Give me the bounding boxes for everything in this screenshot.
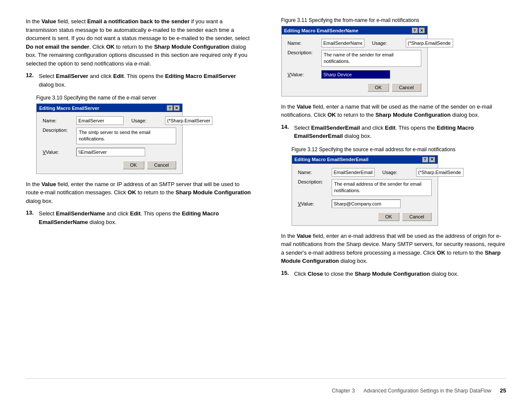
dialog-emailsendername-title: Editing Macro EmailSenderName bbox=[284, 28, 358, 33]
dialog-311-buttons: OK Cancel bbox=[288, 83, 421, 92]
step-13: 13. Select EmailSenderName and click Edi… bbox=[26, 209, 251, 226]
dialog-ok-button[interactable]: OK bbox=[123, 161, 144, 169]
step-15: 15. Click Close to close the Sharp Modul… bbox=[281, 270, 507, 278]
dialog-311-desc-box: The name of the sender for email notific… bbox=[321, 50, 421, 67]
close-icon[interactable]: ✕ bbox=[174, 105, 180, 111]
dialog-312-usage-label: Usage: bbox=[383, 170, 413, 175]
dialog-emailserver: Editing Macro EmailServer ? ✕ Name: Usag… bbox=[36, 103, 183, 174]
left-column: In the Value field, select Email a notif… bbox=[26, 17, 260, 370]
dialog-312-cancel-button[interactable]: Cancel bbox=[402, 212, 431, 221]
dialog-cancel-button[interactable]: Cancel bbox=[147, 161, 176, 169]
step-13-content: Select EmailSenderName and click Edit. T… bbox=[39, 209, 251, 226]
dialog-name-field[interactable] bbox=[76, 116, 124, 125]
dialog-311-value-row: VValue: bbox=[288, 70, 421, 79]
dialog-312-name-label: Name: bbox=[298, 170, 328, 175]
step-12: 12. Select EmailServer and click Edit. T… bbox=[26, 72, 251, 89]
dialog-311-name-label: Name: bbox=[288, 40, 318, 46]
after-312-paragraph: In the Value field, enter an e-mail addr… bbox=[281, 232, 507, 265]
footer-page-num: 25 bbox=[500, 387, 506, 394]
help-icon[interactable]: ? bbox=[167, 105, 173, 111]
step-13-num: 13. bbox=[26, 209, 36, 226]
footer-chapter-num: 3 bbox=[352, 388, 355, 394]
dialog-emailsendername-titlebar: Editing Macro EmailSenderName ? ✕ bbox=[282, 26, 427, 34]
help-icon-311[interactable]: ? bbox=[412, 28, 418, 33]
step-15-num: 15. bbox=[281, 270, 292, 278]
step-14: 14. Select EmailSenderEmail and click Ed… bbox=[281, 124, 507, 140]
right-column: Figure 3.11 Specifying the from-name for… bbox=[277, 17, 507, 370]
dialog-312-titlebar-icons: ? ✕ bbox=[422, 157, 435, 162]
dialog-311-cancel-button[interactable]: Cancel bbox=[392, 83, 421, 92]
dialog-311-desc-row: Description: The name of the sender for … bbox=[288, 50, 421, 67]
dialog-312-value-label: VValue: bbox=[298, 201, 328, 206]
dialog-311-value-field[interactable] bbox=[321, 70, 390, 79]
dialog-value-row: VValue: bbox=[43, 148, 176, 156]
dialog-311-name-field[interactable] bbox=[321, 39, 364, 47]
dialog-desc-label: Description: bbox=[43, 128, 73, 133]
dialog-titlebar-icons: ? ✕ bbox=[167, 105, 180, 111]
intro-paragraph: In the Value field, select Email a notif… bbox=[26, 17, 251, 68]
dialog-desc-row: Description: The smtp server to send the… bbox=[43, 128, 176, 144]
step-12-num: 12. bbox=[26, 72, 36, 89]
step-15-content: Click Close to close the Sharp Module Co… bbox=[294, 270, 507, 278]
figure-3-10-caption: Figure 3.10 Specifying the name of the e… bbox=[36, 95, 251, 101]
dialog-emailsenderemail-title: Editing Macro EmailSenderEmail bbox=[295, 157, 369, 162]
dialog-311-value-label: VValue: bbox=[288, 72, 318, 77]
content-area: In the Value field, select Email a notif… bbox=[26, 17, 506, 370]
dialog-312-desc-row: Description: The email address of the se… bbox=[298, 179, 432, 196]
dialog-usage-field[interactable] bbox=[165, 116, 212, 125]
figure-3-12-container: Figure 3.12 Specifying the source e-mail… bbox=[292, 146, 507, 226]
dialog-emailsenderemail-body: Name: Usage: Description: The email addr… bbox=[292, 164, 438, 225]
dialog-emailsenderemail: Editing Macro EmailSenderEmail ? ✕ Name:… bbox=[292, 155, 438, 226]
footer-chapter-label: Chapter bbox=[332, 388, 350, 394]
dialog-name-row: Name: Usage: bbox=[43, 116, 176, 125]
dialog-311-ok-button[interactable]: OK bbox=[367, 83, 389, 92]
dialog-312-value-row: VValue: bbox=[298, 199, 432, 208]
dialog-desc-box: The smtp server to send the email notifi… bbox=[76, 128, 176, 144]
dialog-311-usage-label: Usage: bbox=[372, 40, 402, 46]
dialog-312-buttons: OK Cancel bbox=[298, 212, 432, 221]
close-icon-312[interactable]: ✕ bbox=[429, 157, 435, 162]
dialog-emailsendername: Editing Macro EmailSenderName ? ✕ Name: … bbox=[281, 26, 428, 97]
dialog-312-name-field[interactable] bbox=[332, 168, 375, 177]
after-311-paragraph: In the Value field, enter a name that wi… bbox=[281, 103, 507, 119]
dialog-buttons: OK Cancel bbox=[43, 161, 176, 169]
figure-3-12-caption: Figure 3.12 Specifying the source e-mail… bbox=[292, 146, 507, 153]
step-14-content: Select EmailSenderEmail and click Edit. … bbox=[294, 124, 507, 140]
page: In the Value field, select Email a notif… bbox=[0, 0, 532, 411]
close-icon-311[interactable]: ✕ bbox=[419, 28, 425, 33]
footer-chapter-title: Advanced Configuration Settings in the S… bbox=[364, 388, 492, 394]
dialog-emailserver-titlebar: Editing Macro EmailServer ? ✕ bbox=[37, 104, 182, 112]
dialog-value-field[interactable] bbox=[76, 148, 145, 156]
dialog-usage-label: Usage: bbox=[131, 118, 162, 123]
dialog-name-label: Name: bbox=[43, 118, 73, 123]
dialog-312-desc-label: Description: bbox=[298, 179, 328, 184]
step-14-num: 14. bbox=[281, 124, 292, 140]
dialog-311-usage-field[interactable] bbox=[406, 39, 453, 47]
page-footer: Chapter 3 Advanced Configuration Setting… bbox=[26, 378, 506, 394]
dialog-312-usage-field[interactable] bbox=[416, 168, 464, 177]
dialog-value-label: VValue: bbox=[43, 149, 73, 155]
dialog-311-desc-label: Description: bbox=[288, 50, 318, 55]
dialog-311-name-row: Name: Usage: bbox=[288, 39, 421, 47]
dialog-emailsendername-body: Name: Usage: Description: The name of th… bbox=[282, 34, 427, 96]
dialog-311-titlebar-icons: ? ✕ bbox=[412, 28, 425, 33]
figure-3-11-caption: Figure 3.11 Specifying the from-name for… bbox=[281, 17, 507, 23]
dialog-emailserver-title: Editing Macro EmailServer bbox=[39, 106, 99, 111]
figure-3-11-container: Figure 3.11 Specifying the from-name for… bbox=[281, 17, 507, 97]
dialog-312-ok-button[interactable]: OK bbox=[378, 212, 399, 221]
after-310-paragraph: In the Value field, enter the name or IP… bbox=[26, 180, 251, 206]
dialog-emailsenderemail-titlebar: Editing Macro EmailSenderEmail ? ✕ bbox=[292, 156, 438, 164]
step-12-content: Select EmailServer and click Edit. This … bbox=[39, 72, 251, 89]
help-icon-312[interactable]: ? bbox=[422, 157, 428, 162]
figure-3-10-container: Figure 3.10 Specifying the name of the e… bbox=[36, 95, 251, 174]
dialog-312-value-field[interactable] bbox=[332, 199, 401, 208]
dialog-emailserver-body: Name: Usage: Description: The smtp serve… bbox=[37, 112, 182, 174]
dialog-312-name-row: Name: Usage: bbox=[298, 168, 432, 177]
dialog-312-desc-box: The email address of the sender for emai… bbox=[332, 179, 432, 196]
